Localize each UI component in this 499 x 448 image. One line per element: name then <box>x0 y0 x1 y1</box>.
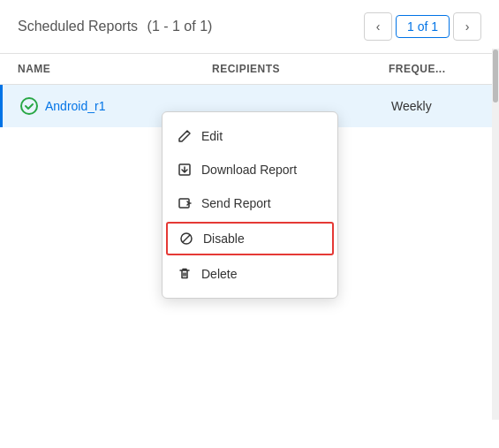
send-icon <box>177 195 193 211</box>
menu-item-delete[interactable]: Delete <box>163 257 337 291</box>
menu-item-disable[interactable]: Disable <box>166 222 334 255</box>
svg-rect-1 <box>179 199 189 208</box>
page-title: Scheduled Reports (1 - 1 of 1) <box>18 19 212 34</box>
menu-delete-label: Delete <box>201 267 237 281</box>
pagination-controls: ‹ 1 of 1 › <box>364 12 481 41</box>
table-row: Android_r1 Weekly Edit Download Report <box>0 85 499 127</box>
menu-item-send[interactable]: Send Report <box>163 186 337 220</box>
menu-disable-label: Disable <box>203 232 245 246</box>
col-header-frequency: FREQUE... <box>389 63 481 75</box>
disable-icon <box>178 231 194 247</box>
delete-icon <box>177 266 193 282</box>
menu-edit-label: Edit <box>201 129 223 143</box>
title-text: Scheduled Reports <box>18 19 138 34</box>
col-header-recipients: RECIPIENTS <box>212 63 389 75</box>
page-indicator: 1 of 1 <box>396 15 450 38</box>
col-header-name: NAME <box>18 63 212 75</box>
prev-page-button[interactable]: ‹ <box>364 12 392 41</box>
menu-item-download[interactable]: Download Report <box>163 153 337 186</box>
report-name-link[interactable]: Android_r1 <box>45 99 106 113</box>
menu-item-edit[interactable]: Edit <box>163 119 337 153</box>
edit-icon <box>177 128 193 144</box>
menu-send-label: Send Report <box>201 196 271 210</box>
next-page-button[interactable]: › <box>453 12 481 41</box>
status-icon <box>20 97 38 115</box>
context-menu: Edit Download Report Send Report <box>162 111 338 299</box>
download-icon <box>177 162 193 178</box>
row-frequency-cell: Weekly <box>391 99 481 113</box>
table-header: NAME RECIPIENTS FREQUE... <box>0 54 499 85</box>
page-header: Scheduled Reports (1 - 1 of 1) ‹ 1 of 1 … <box>0 0 499 54</box>
scroll-thumb[interactable] <box>493 49 498 103</box>
scrollbar[interactable] <box>492 49 499 420</box>
count-label: (1 - 1 of 1) <box>147 19 213 34</box>
menu-download-label: Download Report <box>201 163 297 177</box>
